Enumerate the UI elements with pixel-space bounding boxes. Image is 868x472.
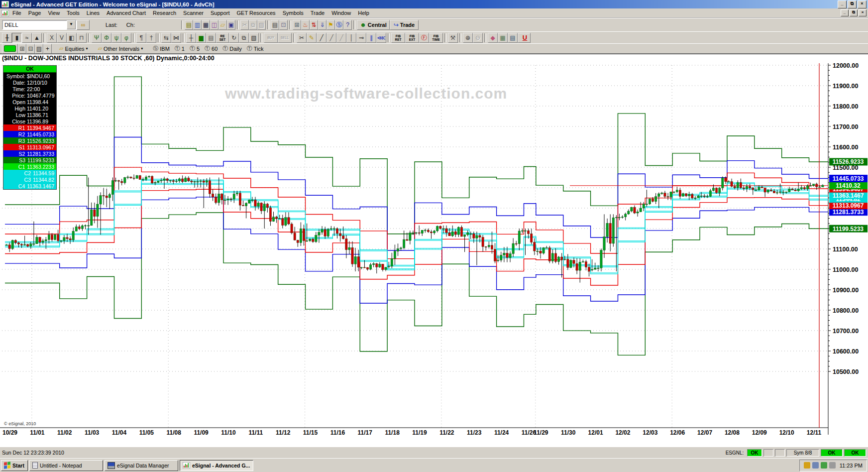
profit-index-icon[interactable]: ¶ (136, 33, 146, 43)
fib-retracement-button[interactable]: FIBRET (391, 33, 405, 43)
expert-oscillator-icon[interactable]: φ (121, 33, 131, 43)
symbol-ibm-button[interactable]: ⓈIBM (150, 44, 172, 53)
data-download-icon[interactable]: ⇓ (318, 20, 326, 30)
reset-button[interactable]: RESET (216, 33, 229, 43)
combo-dropdown-icon[interactable]: ▼ (67, 20, 76, 29)
menu-research[interactable]: Research (149, 9, 180, 17)
expert-xtl-icon[interactable]: Φ (102, 33, 111, 43)
line-chart-type-icon[interactable]: ≈ (22, 33, 32, 43)
restore-button[interactable]: ⧉ (848, 0, 857, 8)
paste-icon[interactable]: ▨ (257, 20, 266, 30)
compress-bars-icon[interactable]: ⋈ (171, 33, 181, 43)
horizontal-line-icon[interactable]: ⊸ (356, 33, 366, 43)
copy-chart-icon[interactable]: ⧉ (239, 33, 249, 43)
interval-1-button[interactable]: Ⓣ1 (172, 44, 187, 53)
symbol-combo-value[interactable]: DELL (3, 22, 67, 28)
layout-options-icon[interactable]: ▨ (35, 44, 43, 54)
three-line-break-icon[interactable]: ⊓ (77, 33, 87, 43)
sell-button[interactable]: SELL (278, 33, 292, 43)
chart-gallery-icon[interactable]: ◫ (210, 20, 218, 30)
menu-advanced-chart[interactable]: Advanced Chart (103, 9, 149, 17)
key-icon[interactable] (804, 462, 810, 469)
bar-chart-type-icon[interactable]: ╂ (2, 33, 12, 43)
print-preview-icon[interactable]: ⊡ (279, 20, 288, 30)
menu-page[interactable]: Page (25, 9, 45, 17)
equities-dropdown[interactable]: ▱Equities▾ (57, 44, 91, 53)
cut-icon[interactable]: ✂ (240, 20, 249, 30)
add-page-icon[interactable]: + (43, 44, 52, 54)
interval-tick-button[interactable]: ⓉTick (244, 44, 266, 53)
copy-icon[interactable]: ⧉ (249, 20, 257, 30)
volume-icon[interactable] (829, 462, 836, 469)
menu-file[interactable]: File (9, 9, 25, 17)
crosshair-icon[interactable]: ┼ (186, 33, 196, 43)
fib-circles-button[interactable]: Ⓕ (419, 33, 429, 43)
copy-layout-icon[interactable]: ⊟ (26, 44, 35, 54)
quote-board-icon[interactable]: ▦ (202, 20, 210, 30)
new-layout-icon[interactable]: ⊞ (18, 44, 26, 54)
interval-5-button[interactable]: Ⓣ5 (187, 44, 202, 53)
point-figure-icon[interactable]: X (47, 33, 57, 43)
alerts-bell-icon[interactable]: ⚑ (326, 20, 335, 30)
menu-view[interactable]: View (44, 9, 63, 17)
price-chart[interactable]: 12000.0011900.0011800.0011700.0011600.00… (0, 63, 868, 447)
delete-drawing-icon[interactable]: ✂ (297, 33, 307, 43)
pencil-icon[interactable]: ✎ (307, 33, 317, 43)
vertical-line-icon[interactable]: │ (346, 33, 356, 43)
display-icon[interactable] (812, 462, 819, 469)
trendline-icon[interactable]: ╱ (317, 33, 326, 43)
menu-get-resources[interactable]: GET Resources (233, 9, 279, 17)
central-button[interactable]: ☻Central (357, 20, 390, 30)
fib-extension-button[interactable]: FIBEXT (405, 33, 419, 43)
mdi-close-button[interactable]: × (859, 9, 867, 16)
candle-chart-type-icon[interactable]: ▮ (12, 33, 22, 43)
expert-gann-icon[interactable]: ψ (111, 33, 121, 43)
renko-chart-icon[interactable]: ◧ (67, 33, 77, 43)
expert-elliott-icon[interactable]: Ψ (92, 33, 102, 43)
interval-daily-button[interactable]: ⓉDaily (220, 44, 244, 53)
menu-window[interactable]: Window (328, 9, 354, 17)
print-icon[interactable]: ▤ (271, 20, 279, 30)
fan-lines-icon[interactable]: ⋘ (376, 33, 386, 43)
menu-support[interactable]: Support (207, 9, 233, 17)
buy-button[interactable]: BUY (264, 33, 278, 43)
hot-lists-icon[interactable]: ♨ (301, 20, 310, 30)
underline-button[interactable]: U (518, 33, 531, 43)
parallel-lines-icon[interactable]: ∥ (366, 33, 376, 43)
start-button[interactable]: Start (1, 460, 28, 471)
eraser-icon[interactable]: ◆ (488, 33, 498, 43)
page-wizard-icon[interactable]: ▥ (193, 20, 202, 30)
mdi-minimize-button[interactable]: _ (841, 9, 849, 16)
symbol-search-icon[interactable]: Ⓢ (335, 20, 343, 30)
menu-symbols[interactable]: Symbols (279, 9, 307, 17)
refresh-chart-icon[interactable]: ↻ (229, 33, 239, 43)
minimize-button[interactable]: _ (838, 0, 847, 8)
chart-options-icon[interactable]: ▧ (249, 33, 259, 43)
regression-tool-icon[interactable]: ⚒ (448, 33, 458, 43)
grid-style-icon[interactable]: ▦ (498, 33, 508, 43)
menu-scanner[interactable]: Scanner (180, 9, 207, 17)
area-chart-type-icon[interactable]: ▲ (32, 33, 42, 43)
zoom-in-icon[interactable]: ⊕ (463, 33, 473, 43)
new-page-icon[interactable]: ▤ (185, 20, 193, 30)
zoom-out-icon[interactable]: ⊖ (473, 33, 483, 43)
other-intervals-dropdown[interactable]: ▱Other Intervals▾ (96, 44, 146, 53)
taskbar-window-3[interactable]: eSignal - Advanced G... (180, 460, 253, 471)
data-window-icon[interactable]: ▤ (508, 33, 518, 43)
ray-line-icon[interactable]: ╱ (326, 33, 336, 43)
taskbar-window-1[interactable]: Untitled - Notepad (29, 460, 103, 471)
up-down-ticker-icon[interactable]: ⇅ (310, 20, 318, 30)
kagi-chart-icon[interactable]: V (57, 33, 67, 43)
symbol-link-icon[interactable]: ∞ (77, 20, 90, 30)
context-help-icon[interactable]: ? (343, 20, 352, 30)
menu-help[interactable]: Help (354, 9, 373, 17)
network-icon[interactable] (821, 462, 827, 469)
position-manager-icon[interactable]: ⊞ (293, 20, 301, 30)
open-folder-icon[interactable]: ▱ (218, 20, 227, 30)
menu-lines[interactable]: Lines (83, 9, 103, 17)
trade-button[interactable]: ↪Trade (390, 20, 419, 30)
symbol-combo[interactable]: DELL▼ (2, 20, 77, 30)
connection-status-icon[interactable] (2, 44, 18, 54)
ohlc-layout-icon[interactable]: ▤ (206, 33, 216, 43)
time-marker-icon[interactable]: † (146, 33, 156, 43)
